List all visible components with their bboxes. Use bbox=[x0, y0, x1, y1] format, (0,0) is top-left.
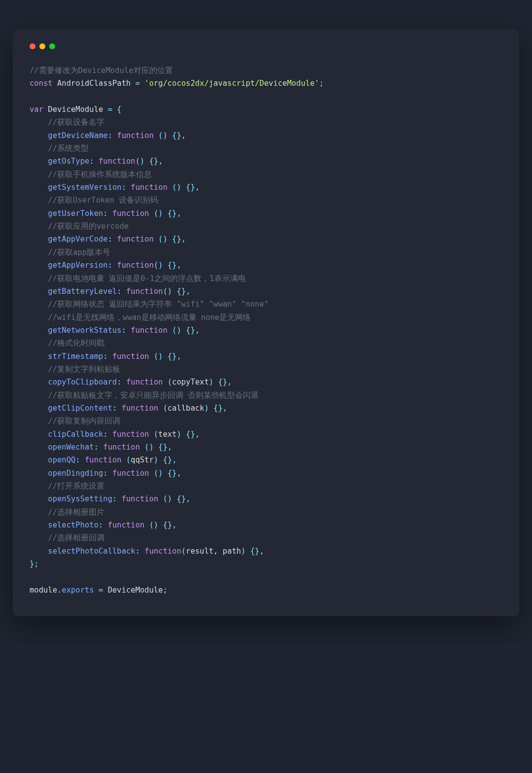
code-block: //需要修改为DeviceModule对应的位置 const AndroidCl… bbox=[30, 64, 502, 597]
minimize-icon[interactable] bbox=[39, 43, 45, 49]
zoom-icon[interactable] bbox=[49, 43, 55, 49]
code-window: //需要修改为DeviceModule对应的位置 const AndroidCl… bbox=[13, 30, 519, 616]
window-controls bbox=[30, 43, 502, 49]
close-icon[interactable] bbox=[30, 43, 35, 49]
